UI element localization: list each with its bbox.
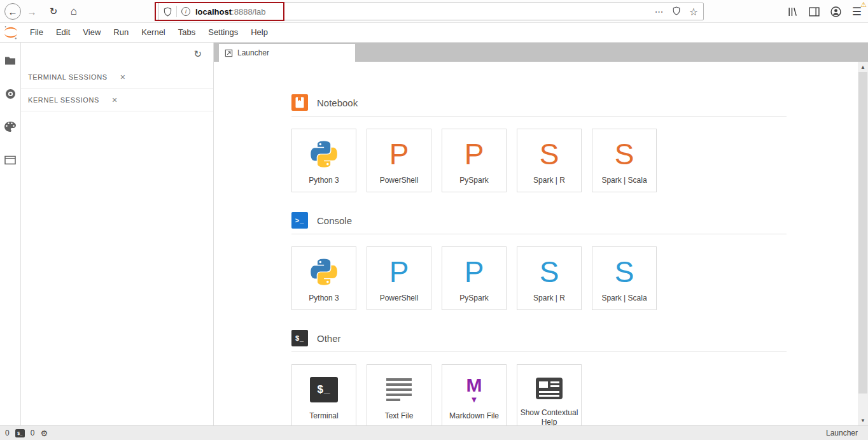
launcher-card-text-file[interactable]: Text File	[367, 364, 431, 425]
menubar: File Edit View Run Kernel Tabs Settings …	[24, 23, 274, 42]
terminal-status-icon[interactable]: $_	[15, 429, 25, 437]
launcher-card-console-spark-scala[interactable]: S Spark | Scala	[592, 246, 657, 310]
spark-scala-letter-icon: S	[615, 136, 634, 173]
launcher-card-console-python3[interactable]: Python 3	[291, 246, 356, 310]
terminal-section-icon: $_	[291, 330, 308, 346]
reload-icon: ↻	[50, 6, 58, 17]
running-sessions-panel: ↻ TERMINAL SESSIONS × KERNEL SESSIONS ×	[21, 43, 214, 425]
sidebar-toggle-icon[interactable]	[809, 7, 820, 17]
menu-edit[interactable]: Edit	[50, 23, 76, 42]
section-title: Console	[317, 215, 352, 226]
home-icon: ⌂	[71, 5, 77, 18]
back-button[interactable]: ←	[4, 3, 21, 20]
shield-icon[interactable]	[673, 6, 680, 17]
forward-button[interactable]: →	[24, 3, 40, 20]
card-label: Spark | R	[531, 294, 568, 303]
card-label: Terminal	[307, 411, 340, 421]
close-terminals-icon[interactable]: ×	[120, 73, 125, 82]
command-palette-tab[interactable]	[0, 110, 20, 143]
reload-button[interactable]: ↻	[45, 3, 62, 20]
scroll-down-icon[interactable]: ▼	[858, 415, 868, 425]
section-header: Notebook	[291, 94, 858, 111]
account-icon[interactable]	[830, 6, 841, 17]
browser-toolbar: ← → ↻ ⌂ i localhost:8888/lab ⋯	[0, 0, 868, 23]
tabs-icon	[4, 155, 16, 165]
section-title: Other	[317, 333, 341, 344]
launcher-card-notebook-spark-scala[interactable]: S Spark | Scala	[592, 129, 657, 192]
file-browser-tab[interactable]	[0, 44, 20, 77]
dock-tab-bar: Launcher	[214, 43, 868, 62]
refresh-sessions-icon[interactable]: ↻	[193, 48, 202, 60]
left-activity-bar	[0, 43, 21, 425]
url-host: localhost	[195, 7, 232, 17]
home-button[interactable]: ⌂	[66, 3, 82, 20]
launcher-card-notebook-pyspark[interactable]: P PySpark	[442, 129, 507, 192]
card-row: Python 3 P PowerShell P PySpark S	[291, 246, 858, 310]
menu-kernel[interactable]: Kernel	[135, 23, 172, 42]
launcher-card-notebook-python3[interactable]: Python 3	[291, 129, 356, 192]
menu-button[interactable]: ☰ ⚠	[852, 5, 862, 18]
tracking-protection-shield-icon[interactable]	[164, 7, 172, 17]
menu-run[interactable]: Run	[107, 23, 135, 42]
section-divider	[291, 234, 787, 234]
palette-icon	[4, 122, 16, 132]
section-header: $_ Other	[291, 330, 858, 346]
forward-icon: →	[27, 6, 37, 17]
card-label: Spark | Scala	[599, 176, 649, 185]
menu-view[interactable]: View	[76, 23, 107, 42]
library-icon[interactable]	[787, 6, 798, 17]
notebook-icon	[291, 94, 308, 111]
launcher-card-contextual-help[interactable]: Show Contextual Help	[517, 364, 582, 425]
url-path: :8888/lab	[232, 7, 266, 17]
update-warning-icon: ⚠	[860, 1, 867, 9]
scroll-up-icon[interactable]: ▲	[858, 62, 868, 72]
kernel-sessions-row: KERNEL SESSIONS ×	[21, 89, 213, 111]
scrollbar-thumb[interactable]	[858, 72, 867, 394]
kernels-count: 0	[31, 429, 35, 437]
card-label: Python 3	[306, 176, 341, 185]
launcher-section-notebook: Notebook Python 3 P	[291, 94, 858, 192]
launcher-panel: Notebook Python 3 P	[214, 62, 858, 425]
launcher-card-terminal[interactable]: $_ Terminal	[291, 364, 356, 425]
pyspark-letter-icon: P	[465, 253, 484, 290]
close-kernels-icon[interactable]: ×	[112, 96, 117, 104]
python-logo-icon	[308, 253, 340, 290]
panel-toolbar: ↻	[21, 43, 213, 66]
tab-launcher[interactable]: Launcher	[219, 44, 355, 62]
bookmark-star-icon[interactable]: ☆	[689, 6, 698, 18]
running-sessions-tab[interactable]	[0, 77, 20, 110]
launcher-section-other: $_ Other $_ Terminal	[291, 330, 858, 425]
card-label: Spark | R	[531, 176, 568, 185]
url-bar-actions: ⋯ ☆	[655, 6, 698, 18]
launcher-card-notebook-spark-r[interactable]: S Spark | R	[517, 129, 582, 192]
section-header: >_ Console	[291, 212, 858, 229]
kernel-sessions-label: KERNEL SESSIONS	[28, 96, 99, 104]
markdown-icon: M ▼	[466, 371, 482, 408]
url-bar[interactable]: i localhost:8888/lab ⋯ ☆	[158, 3, 704, 20]
site-info-icon[interactable]: i	[181, 7, 190, 16]
running-icon	[5, 89, 16, 99]
card-label: Text File	[382, 411, 416, 421]
open-tabs-tab[interactable]	[0, 143, 20, 176]
launcher-card-console-pyspark[interactable]: P PySpark	[442, 246, 507, 310]
launcher-card-console-powershell[interactable]: P PowerShell	[367, 246, 431, 310]
page-actions-icon[interactable]: ⋯	[655, 6, 664, 17]
terminal-sessions-row: TERMINAL SESSIONS ×	[21, 66, 213, 89]
menu-file[interactable]: File	[24, 23, 50, 42]
launcher-card-console-spark-r[interactable]: S Spark | R	[517, 246, 582, 310]
card-label: PowerShell	[377, 294, 421, 303]
kernel-status-icon[interactable]: ⚙	[40, 429, 48, 438]
jupyterlab-in-firefox: ← → ↻ ⌂ i localhost:8888/lab ⋯	[0, 0, 868, 440]
url-text[interactable]: localhost:8888/lab	[195, 7, 655, 17]
launcher-card-notebook-powershell[interactable]: P PowerShell	[367, 129, 431, 192]
menu-settings[interactable]: Settings	[202, 23, 244, 42]
python-logo-icon	[308, 136, 340, 173]
launcher-card-markdown-file[interactable]: M ▼ Markdown File	[442, 364, 507, 425]
status-left: 0 $_ 0 ⚙	[5, 429, 48, 438]
menu-help[interactable]: Help	[244, 23, 274, 42]
launcher-tab-icon	[225, 49, 233, 57]
vertical-scrollbar[interactable]: ▲ ▼	[858, 62, 868, 425]
jupyterlab-header: File Edit View Run Kernel Tabs Settings …	[0, 23, 868, 43]
menu-tabs[interactable]: Tabs	[172, 23, 202, 42]
powershell-letter-icon: P	[389, 253, 409, 290]
